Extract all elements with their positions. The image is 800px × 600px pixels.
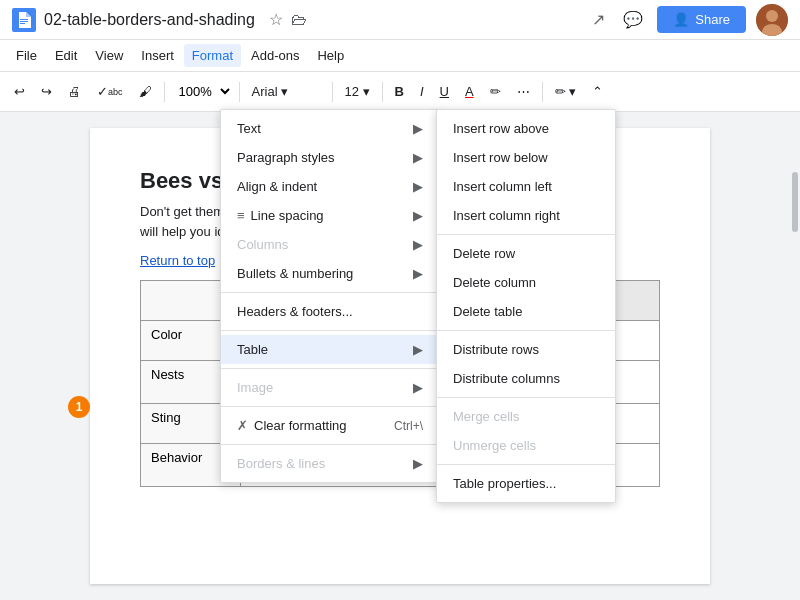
avatar: [756, 4, 788, 36]
toolbar: ↩ ↪ 🖨 ✓abc 🖌 100% Arial ▾ 12 ▾ B I U A ✏…: [0, 72, 800, 112]
insert-column-left[interactable]: Insert column left: [437, 172, 615, 201]
menu-divider-1: [221, 292, 439, 293]
font-family-button[interactable]: Arial ▾: [246, 80, 326, 103]
menu-format[interactable]: Format: [184, 44, 241, 67]
insert-column-right[interactable]: Insert column right: [437, 201, 615, 230]
svg-rect-0: [20, 19, 28, 20]
image-arrow: ▶: [413, 380, 423, 395]
edit-pen-button[interactable]: ✏ ▾: [549, 80, 583, 103]
submenu-divider-1: [437, 234, 615, 235]
toolbar-divider-1: [164, 82, 165, 102]
underline-button[interactable]: U: [434, 80, 455, 103]
zoom-select[interactable]: 100%: [171, 81, 233, 102]
svg-rect-2: [20, 23, 25, 24]
title-bar-left: 02-table-borders-and-shading ☆ 🗁: [12, 8, 307, 32]
format-clearformatting-option[interactable]: ✗ Clear formatting Ctrl+\: [221, 411, 439, 440]
menu-file[interactable]: File: [8, 44, 45, 67]
italic-button[interactable]: I: [414, 80, 430, 103]
unmerge-cells: Unmerge cells: [437, 431, 615, 460]
format-linespacing-label: Line spacing: [251, 208, 324, 223]
bullets-arrow: ▶: [413, 266, 423, 281]
menu-divider-5: [221, 444, 439, 445]
title-bar-right: ↗ 💬 👤 Share: [588, 4, 788, 36]
format-menu: Text ▶ Paragraph styles ▶ Align & indent…: [220, 109, 440, 483]
format-align-option[interactable]: Align & indent ▶: [221, 172, 439, 201]
format-borders-option: Borders & lines ▶: [221, 449, 439, 478]
format-borders-label: Borders & lines: [237, 456, 325, 471]
menu-help[interactable]: Help: [309, 44, 352, 67]
format-headers-option[interactable]: Headers & footers...: [221, 297, 439, 326]
insert-row-below[interactable]: Insert row below: [437, 143, 615, 172]
badge-1: 1: [68, 396, 90, 418]
svg-rect-1: [20, 21, 28, 22]
folder-icon[interactable]: 🗁: [291, 11, 307, 29]
format-columns-label: Columns: [237, 237, 288, 252]
redo-button[interactable]: ↪: [35, 80, 58, 103]
toolbar-divider-4: [382, 82, 383, 102]
format-bullets-label: Bullets & numbering: [237, 266, 353, 281]
toolbar-divider-2: [239, 82, 240, 102]
menu-bar: File Edit View Insert Format Add-ons Hel…: [0, 40, 800, 72]
title-bar: 02-table-borders-and-shading ☆ 🗁 ↗ 💬 👤 S…: [0, 0, 800, 40]
clearformatting-shortcut: Ctrl+\: [394, 419, 423, 433]
share-button[interactable]: 👤 Share: [657, 6, 746, 33]
format-table-option[interactable]: Table ▶: [221, 335, 439, 364]
menu-edit[interactable]: Edit: [47, 44, 85, 67]
share-label: Share: [695, 12, 730, 27]
format-image-option: Image ▶: [221, 373, 439, 402]
linespacing-arrow: ▶: [413, 208, 423, 223]
menu-insert[interactable]: Insert: [133, 44, 182, 67]
scrollbar[interactable]: [790, 112, 800, 600]
delete-column[interactable]: Delete column: [437, 268, 615, 297]
format-paragraph-label: Paragraph styles: [237, 150, 335, 165]
distribute-rows[interactable]: Distribute rows: [437, 335, 615, 364]
font-size-button[interactable]: 12 ▾: [339, 80, 376, 103]
text-arrow: ▶: [413, 121, 423, 136]
paint-format-button[interactable]: 🖌: [133, 80, 158, 103]
format-table-label: Table: [237, 342, 268, 357]
format-text-option[interactable]: Text ▶: [221, 114, 439, 143]
merge-cells: Merge cells: [437, 402, 615, 431]
delete-row[interactable]: Delete row: [437, 239, 615, 268]
menu-addons[interactable]: Add-ons: [243, 44, 307, 67]
svg-point-4: [766, 10, 778, 22]
menu-divider-2: [221, 330, 439, 331]
format-headers-label: Headers & footers...: [237, 304, 353, 319]
more-button[interactable]: ⋯: [511, 80, 536, 103]
bold-button[interactable]: B: [389, 80, 410, 103]
align-arrow: ▶: [413, 179, 423, 194]
doc-icon: [12, 8, 36, 32]
clearformatting-icon: ✗: [237, 418, 248, 433]
undo-button[interactable]: ↩: [8, 80, 31, 103]
format-align-label: Align & indent: [237, 179, 317, 194]
spellcheck-button[interactable]: ✓abc: [91, 80, 129, 103]
columns-arrow: ▶: [413, 237, 423, 252]
menu-view[interactable]: View: [87, 44, 131, 67]
format-bullets-option[interactable]: Bullets & numbering ▶: [221, 259, 439, 288]
toolbar-divider-5: [542, 82, 543, 102]
table-properties[interactable]: Table properties...: [437, 469, 615, 498]
format-image-label: Image: [237, 380, 273, 395]
font-color-button[interactable]: A: [459, 80, 480, 103]
share-icon: 👤: [673, 12, 689, 27]
format-paragraph-option[interactable]: Paragraph styles ▶: [221, 143, 439, 172]
insert-row-above[interactable]: Insert row above: [437, 114, 615, 143]
table-arrow: ▶: [413, 342, 423, 357]
print-button[interactable]: 🖨: [62, 80, 87, 103]
linespacing-icon: ≡: [237, 208, 245, 223]
submenu-divider-2: [437, 330, 615, 331]
history-icon[interactable]: ↗: [588, 6, 609, 33]
table-submenu: Insert row above Insert row below Insert…: [436, 109, 616, 503]
submenu-divider-4: [437, 464, 615, 465]
highlight-button[interactable]: ✏: [484, 80, 507, 103]
format-text-label: Text: [237, 121, 261, 136]
collapse-button[interactable]: ⌃: [586, 80, 609, 103]
paragraph-arrow: ▶: [413, 150, 423, 165]
distribute-columns[interactable]: Distribute columns: [437, 364, 615, 393]
format-columns-option: Columns ▶: [221, 230, 439, 259]
format-linespacing-option[interactable]: ≡ Line spacing ▶: [221, 201, 439, 230]
star-icon[interactable]: ☆: [269, 10, 283, 29]
comment-icon[interactable]: 💬: [619, 6, 647, 33]
format-clearformatting-label: Clear formatting: [254, 418, 346, 433]
delete-table[interactable]: Delete table: [437, 297, 615, 326]
